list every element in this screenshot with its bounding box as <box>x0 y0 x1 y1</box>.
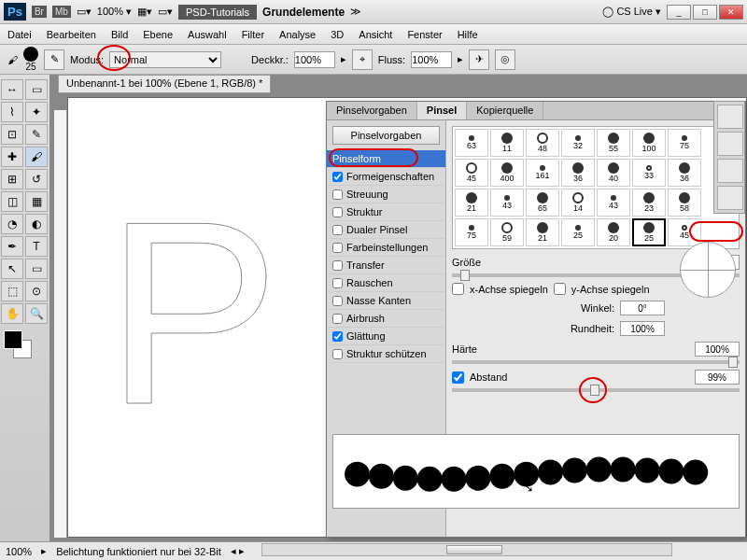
brush-tip-23[interactable]: 23 <box>632 189 666 217</box>
check-dualer pinsel[interactable] <box>332 225 343 235</box>
menu-3d[interactable]: 3D <box>331 29 344 40</box>
pen-tool[interactable]: ✒ <box>1 236 23 257</box>
workspace-tutorials[interactable]: PSD-Tutorials <box>178 5 257 20</box>
spacing-check[interactable] <box>452 371 464 384</box>
brush-item-pinselform[interactable]: Pinselform <box>327 150 445 168</box>
check-struktur[interactable] <box>332 207 343 217</box>
brush-item-transfer[interactable]: Transfer <box>327 257 445 274</box>
brush-item-rauschen[interactable]: Rauschen <box>327 274 445 292</box>
brush-tip-43[interactable]: 43 <box>490 189 524 217</box>
wand-tool[interactable]: ✦ <box>25 102 48 122</box>
brush-tip-48[interactable]: 48 <box>526 129 559 157</box>
brush-tip-36[interactable]: 36 <box>668 159 701 187</box>
check-nasse kanten[interactable] <box>332 296 343 306</box>
brush-item-streuung[interactable]: Streuung <box>327 186 445 203</box>
history-brush-tool[interactable]: ↺ <box>25 169 48 189</box>
spacing-slider[interactable] <box>452 388 740 392</box>
brush-item-farbeinstellungen[interactable]: Farbeinstellungen <box>327 239 445 257</box>
brush-tip-36[interactable]: 36 <box>561 159 595 187</box>
dodge-tool[interactable]: ◐ <box>25 214 48 234</box>
check-struktur schützen[interactable] <box>332 349 343 359</box>
brush-tip-100[interactable]: 100 <box>632 129 666 157</box>
brush-tip-25[interactable]: 25 <box>561 218 595 246</box>
type-tool[interactable]: T <box>25 236 48 257</box>
check-farbeinstellungen[interactable] <box>332 243 343 253</box>
brush-item-dualer-pinsel[interactable]: Dualer Pinsel <box>327 221 445 239</box>
hscroll[interactable] <box>261 543 672 556</box>
menu-fenster[interactable]: Fenster <box>407 29 442 40</box>
stamp-tool[interactable]: ⊞ <box>1 169 23 189</box>
brush-tip-45[interactable]: 45 <box>668 218 701 246</box>
minimize-btn[interactable]: _ <box>667 5 691 20</box>
zoom-tool[interactable]: 🔍 <box>25 303 48 324</box>
lasso-tool[interactable]: ⌇ <box>1 102 23 122</box>
check-rauschen[interactable] <box>332 278 343 288</box>
shape-tool[interactable]: ▭ <box>25 259 48 279</box>
brush-tip-40[interactable]: 40 <box>597 159 630 187</box>
document-tab[interactable]: Unbenannt-1 bei 100% (Ebene 1, RGB/8) * <box>58 75 271 93</box>
eraser-tool[interactable]: ◫ <box>1 191 23 212</box>
marquee-tool[interactable]: ▭ <box>25 79 48 100</box>
brush-tip-45[interactable]: 45 <box>455 159 488 187</box>
more-icon[interactable]: ≫ <box>350 6 361 18</box>
screen-mode-icon[interactable]: ▭▾ <box>77 6 92 18</box>
brush-item-formeigenschaften[interactable]: Formeigenschaften <box>327 168 445 186</box>
check-streuung[interactable] <box>332 189 343 200</box>
heal-tool[interactable]: ✚ <box>1 147 23 167</box>
minibridge-btn[interactable]: Mb <box>52 6 71 18</box>
color-swatch[interactable] <box>4 330 46 358</box>
brush-tip-14[interactable]: 14 <box>561 189 595 217</box>
brush-tip-63[interactable]: 63 <box>455 129 488 157</box>
menu-ebene[interactable]: Ebene <box>143 29 173 40</box>
brush-item-airbrush[interactable]: Airbrush <box>327 310 445 328</box>
brush-tip-21[interactable]: 21 <box>455 189 488 217</box>
brush-tip-21[interactable]: 21 <box>526 218 559 246</box>
brush-tip-161[interactable]: 161 <box>526 159 559 187</box>
menu-bearbeiten[interactable]: Bearbeiten <box>47 29 96 40</box>
brush-tip-43[interactable]: 43 <box>597 189 630 217</box>
check-airbrush[interactable] <box>332 314 343 324</box>
menu-hilfe[interactable]: Hilfe <box>458 29 478 40</box>
brush-item-glättung[interactable]: Glättung <box>327 328 445 345</box>
brush-tool-icon[interactable]: 🖌 <box>7 54 18 65</box>
flow-arrow-icon[interactable]: ▸ <box>458 53 463 65</box>
brush-tip-11[interactable]: 11 <box>490 129 524 157</box>
status-nav-icon[interactable]: ◂ ▸ <box>231 545 245 557</box>
brush-tip-58[interactable]: 58 <box>668 189 701 217</box>
angle-input[interactable] <box>620 301 665 315</box>
flow-input[interactable] <box>411 51 452 68</box>
brush-panel-toggle[interactable]: ✎ <box>44 49 64 70</box>
brush-item-nasse-kanten[interactable]: Nasse Kanten <box>327 292 445 310</box>
panel-tab-pinsel[interactable]: Pinsel <box>417 102 467 119</box>
roundness-input[interactable] <box>620 321 665 336</box>
cslive-btn[interactable]: ◯ CS Live ▾ <box>602 6 661 18</box>
blur-tool[interactable]: ◔ <box>1 214 23 234</box>
maximize-btn[interactable]: □ <box>693 5 717 20</box>
menu-bild[interactable]: Bild <box>111 29 128 40</box>
spacing-input[interactable] <box>695 370 740 385</box>
brush-tip-400[interactable]: 400 <box>490 159 524 187</box>
menu-analyse[interactable]: Analyse <box>279 29 316 40</box>
angle-widget[interactable] <box>680 242 736 298</box>
panel-tab-kopierquelle[interactable]: Kopierquelle <box>467 102 543 119</box>
flipy-check[interactable] <box>554 283 566 295</box>
brush-tip-grid[interactable]: 6311483255100754540016136403336214365144… <box>452 126 740 249</box>
view-extras-icon[interactable]: ▭▾ <box>158 6 173 18</box>
status-zoom[interactable]: 100% <box>6 546 32 557</box>
brush-tip-75[interactable]: 75 <box>455 218 488 246</box>
move-tool[interactable]: ↔ <box>1 79 23 100</box>
dock-icon-4[interactable] <box>717 186 743 210</box>
check-glättung[interactable] <box>332 331 343 342</box>
brush-tip-59[interactable]: 59 <box>490 218 524 246</box>
crop-tool[interactable]: ⊡ <box>1 124 23 145</box>
presets-button[interactable]: Pinselvorgaben <box>332 126 440 145</box>
brush-item-struktur-schützen[interactable]: Struktur schützen <box>327 345 445 363</box>
dock-icon-1[interactable] <box>717 105 743 129</box>
brush-tool[interactable]: 🖌 <box>25 147 48 167</box>
bridge-btn[interactable]: Br <box>32 6 47 18</box>
close-btn[interactable]: ✕ <box>719 5 743 20</box>
menu-auswahl[interactable]: Auswahl <box>188 29 227 40</box>
brush-tip-20[interactable]: 20 <box>597 218 630 246</box>
check-formeigenschaften[interactable] <box>332 172 343 182</box>
status-arrow-icon[interactable]: ▸ <box>41 545 47 557</box>
